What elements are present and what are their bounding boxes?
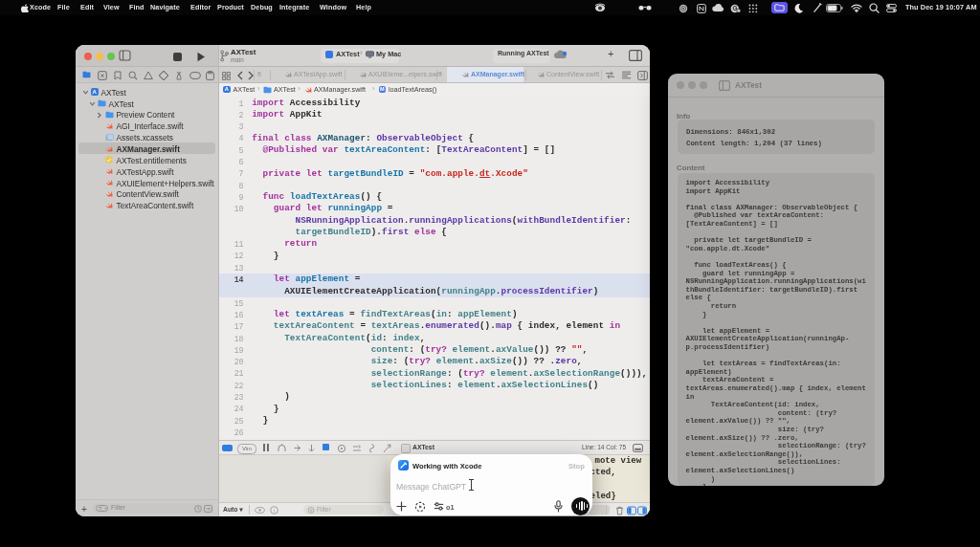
svg-text:G: G [732,5,737,11]
svg-text:67: 67 [829,6,835,11]
svg-text:i: i [273,507,275,513]
